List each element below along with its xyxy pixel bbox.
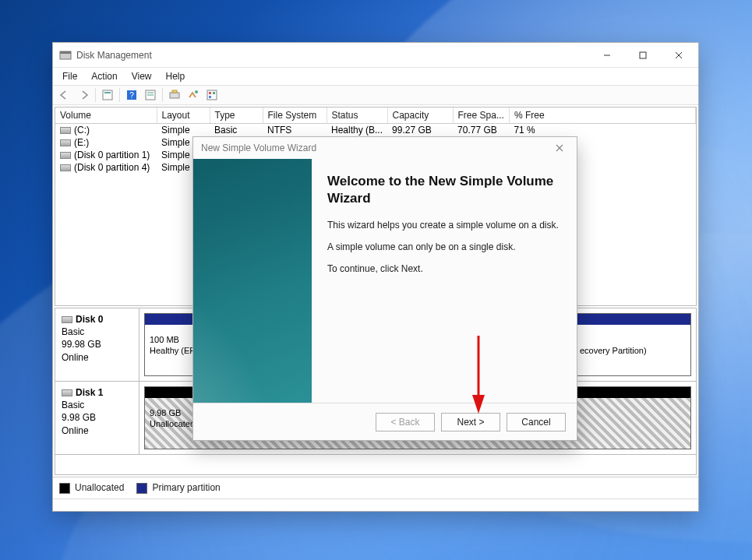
svg-rect-18 bbox=[213, 92, 215, 94]
menubar: File Action View Help bbox=[53, 68, 698, 85]
col-layout[interactable]: Layout bbox=[157, 107, 210, 124]
wizard-text: This wizard helps you create a simple vo… bbox=[327, 220, 561, 231]
disk-name: Disk 1 bbox=[76, 387, 103, 398]
statusbar bbox=[53, 498, 698, 511]
toolbar: ? bbox=[53, 85, 698, 105]
cell: (C:) bbox=[74, 125, 90, 136]
cell: (E:) bbox=[74, 137, 89, 148]
disk-kind: Basic bbox=[62, 326, 84, 337]
disk-icon bbox=[62, 389, 72, 396]
cancel-button[interactable]: Cancel bbox=[507, 413, 566, 431]
wizard-content: Welcome to the New Simple Volume Wizard … bbox=[312, 159, 577, 403]
menu-help[interactable]: Help bbox=[160, 69, 192, 83]
legend-label: Primary partition bbox=[152, 482, 220, 493]
wizard-text: To continue, click Next. bbox=[327, 263, 561, 274]
cell: Healthy (B... bbox=[327, 124, 387, 137]
wizard-side-graphic bbox=[193, 159, 312, 403]
drive-icon bbox=[60, 152, 71, 159]
legend-label: Unallocated bbox=[75, 482, 124, 493]
new-simple-volume-wizard-dialog: New Simple Volume Wizard Welcome to the … bbox=[192, 136, 577, 441]
wizard-heading: Welcome to the New Simple Volume Wizard bbox=[327, 173, 561, 207]
disk-size: 99.98 GB bbox=[62, 339, 101, 350]
cell: NTFS bbox=[263, 124, 327, 137]
disk-name: Disk 0 bbox=[76, 314, 103, 325]
legend-swatch-primary bbox=[136, 483, 147, 494]
disk-label[interactable]: Disk 1 Basic 9.98 GB Online bbox=[55, 382, 139, 454]
drive-icon bbox=[60, 164, 71, 171]
part-status: ecovery Partition) bbox=[580, 345, 686, 356]
window-title: Disk Management bbox=[76, 50, 152, 61]
toolbar-icon-d[interactable] bbox=[203, 87, 221, 103]
col-pctfree[interactable]: % Free bbox=[509, 107, 695, 124]
svg-rect-13 bbox=[170, 93, 179, 98]
cell: 70.77 GB bbox=[453, 124, 509, 137]
legend: Unallocated Primary partition bbox=[53, 477, 698, 498]
drive-icon bbox=[60, 127, 71, 134]
cell: (Disk 0 partition 1) bbox=[74, 150, 150, 160]
back-button[interactable]: < Back bbox=[376, 413, 435, 431]
disk-icon bbox=[62, 316, 72, 323]
col-volume[interactable]: Volume bbox=[55, 107, 157, 124]
toolbar-icon-b[interactable] bbox=[166, 87, 183, 103]
help-icon[interactable]: ? bbox=[123, 87, 140, 103]
menu-action[interactable]: Action bbox=[85, 69, 123, 83]
cell: Simple bbox=[157, 124, 210, 137]
col-status[interactable]: Status bbox=[327, 107, 387, 124]
dialog-titlebar[interactable]: New Simple Volume Wizard bbox=[193, 137, 577, 159]
properties-icon[interactable] bbox=[99, 87, 116, 103]
cell: 99.27 GB bbox=[387, 124, 453, 137]
titlebar[interactable]: Disk Management bbox=[53, 43, 698, 68]
svg-rect-16 bbox=[207, 90, 217, 100]
col-type[interactable]: Type bbox=[210, 107, 263, 124]
close-button[interactable] bbox=[661, 44, 697, 67]
wizard-footer: < Back Next > Cancel bbox=[193, 403, 577, 440]
toolbar-icon-c[interactable] bbox=[185, 87, 202, 103]
svg-rect-14 bbox=[172, 90, 177, 93]
svg-rect-17 bbox=[209, 92, 211, 94]
col-capacity[interactable]: Capacity bbox=[387, 107, 453, 124]
cell: (Disk 0 partition 4) bbox=[74, 162, 150, 173]
disk-state: Online bbox=[62, 425, 89, 436]
disk-size: 9.98 GB bbox=[62, 412, 96, 423]
toolbar-icon-a[interactable] bbox=[142, 87, 159, 103]
svg-rect-1 bbox=[60, 51, 71, 54]
partition[interactable]: ecovery Partition) bbox=[574, 313, 691, 376]
disk-label[interactable]: Disk 0 Basic 99.98 GB Online bbox=[55, 308, 139, 381]
disk-kind: Basic bbox=[62, 400, 84, 410]
app-icon bbox=[59, 49, 72, 62]
wizard-text: A simple volume can only be on a single … bbox=[327, 241, 561, 252]
svg-rect-19 bbox=[209, 96, 211, 98]
dialog-title: New Simple Volume Wizard bbox=[201, 143, 316, 153]
table-row[interactable]: (C:) Simple Basic NTFS Healthy (B... 99.… bbox=[55, 124, 696, 137]
forward-icon[interactable] bbox=[75, 87, 92, 103]
menu-file[interactable]: File bbox=[56, 69, 83, 83]
back-icon[interactable] bbox=[56, 87, 73, 103]
svg-rect-6 bbox=[103, 90, 112, 100]
minimize-button[interactable] bbox=[589, 44, 625, 67]
maximize-button[interactable] bbox=[625, 44, 661, 67]
svg-rect-7 bbox=[104, 92, 111, 93]
dialog-close-button[interactable] bbox=[547, 139, 572, 157]
next-button[interactable]: Next > bbox=[441, 413, 500, 431]
col-freespace[interactable]: Free Spa... bbox=[453, 107, 509, 124]
menu-view[interactable]: View bbox=[125, 69, 158, 83]
disk-state: Online bbox=[62, 352, 89, 363]
col-filesystem[interactable]: File System bbox=[263, 107, 327, 124]
svg-point-15 bbox=[195, 90, 198, 93]
drive-icon bbox=[60, 139, 71, 146]
svg-rect-3 bbox=[640, 52, 646, 58]
cell: 71 % bbox=[509, 124, 695, 137]
cell: Basic bbox=[210, 124, 263, 137]
svg-text:?: ? bbox=[129, 91, 134, 100]
legend-swatch-unallocated bbox=[59, 483, 70, 494]
